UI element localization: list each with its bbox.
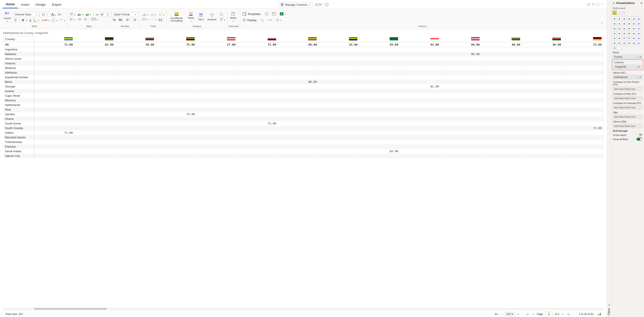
table-row[interactable]: Austria [3, 89, 604, 93]
mode-toggle[interactable]: Off [314, 3, 323, 7]
filter-dropdown-button[interactable] [219, 18, 226, 22]
column-header-flag[interactable] [156, 36, 197, 42]
viz-key-influencers-icon[interactable] [632, 36, 636, 40]
display-button[interactable]: Display [242, 18, 258, 22]
viz-pie-icon[interactable] [622, 27, 626, 31]
column-header-country[interactable]: Country [3, 36, 34, 42]
wrap-text-button[interactable]: ab [76, 13, 84, 17]
table-row[interactable]: Moldova [3, 66, 604, 70]
tab-insert[interactable]: Insert [18, 1, 32, 8]
table-row[interactable]: Abkhazia [3, 70, 604, 75]
tab-export[interactable]: Export [49, 1, 64, 8]
decrease-indent-button[interactable] [76, 18, 82, 21]
tab-home[interactable]: Home [3, 1, 18, 8]
settings-gear-icon[interactable]: ⚙ [495, 312, 499, 316]
keep-filters-toggle[interactable]: On [636, 138, 642, 141]
decimal-toggle[interactable]: 1.2 [158, 17, 163, 21]
viz-automate-icon[interactable] [637, 41, 641, 45]
zoom-in-button[interactable]: + [518, 312, 519, 316]
viz-scatter-icon[interactable] [617, 27, 621, 31]
viz-donut-icon[interactable] [627, 27, 631, 31]
viz-ribbon-icon[interactable] [632, 22, 636, 26]
viz-powerapps-icon[interactable] [632, 41, 636, 45]
viz-clustered-bar-icon[interactable] [617, 17, 621, 21]
analytics-tab[interactable] [622, 11, 626, 15]
table-row[interactable]: South Ossetia72.00 [3, 126, 604, 130]
table-row[interactable]: Equatorial Guinea [3, 75, 604, 80]
column-header-flag[interactable] [75, 36, 115, 42]
fill-color-button[interactable] [32, 18, 40, 23]
format-visual-tab[interactable] [617, 11, 621, 15]
column-header-flag[interactable] [197, 36, 238, 42]
prev-page-button[interactable]: < [532, 312, 534, 316]
increase-decimal-button[interactable]: .0+ [124, 18, 131, 22]
column-header-flag[interactable] [237, 36, 278, 42]
viz-kpi-icon[interactable] [632, 31, 636, 35]
viz-arcgis-icon[interactable] [627, 41, 631, 45]
filter-icon[interactable]: ▽ [592, 3, 594, 7]
viz-map-icon[interactable] [637, 27, 641, 31]
viz-narrative-icon[interactable] [617, 41, 621, 45]
info-small-icon[interactable]: ⓘ [587, 3, 590, 7]
table-row[interactable]: Georgia81.00 [3, 84, 604, 89]
first-page-button[interactable]: |< [526, 312, 530, 316]
viz-decomposition-icon[interactable] [637, 36, 641, 40]
viz-more-icon[interactable]: ⋯ [617, 46, 621, 50]
totals-button[interactable]: Totals [186, 11, 195, 23]
refresh-button[interactable] [275, 18, 282, 22]
waterfall-button[interactable] [149, 13, 157, 17]
variance-button[interactable] [158, 13, 165, 17]
font-size-dropdown[interactable]: 12 [40, 12, 50, 17]
table-row[interactable]: Maldives90.00 [3, 52, 604, 56]
layout-button[interactable]: Layout [3, 11, 12, 23]
viz-gauge-icon[interactable] [617, 31, 621, 35]
next-page-button[interactable]: > [562, 312, 564, 316]
sparkline-button[interactable] [149, 17, 157, 21]
table-row[interactable]: Ghana [3, 117, 604, 121]
table-row[interactable]: Pakistan [3, 144, 604, 149]
table-row[interactable]: Cape Verde [3, 93, 604, 98]
om-field-well[interactable]: Add data fields here [612, 124, 643, 128]
column-header-flag[interactable] [360, 36, 400, 42]
viz-stacked-column-icon[interactable] [622, 17, 626, 21]
filters-collapsed-tab[interactable]: Filters « [607, 0, 611, 317]
viz-stacked-bar-100-icon[interactable] [632, 17, 636, 21]
search-button[interactable] [219, 12, 226, 17]
expand-panel-icon[interactable]: » [641, 1, 642, 5]
column-header-flag[interactable] [482, 36, 522, 42]
templates-button[interactable]: Templates [242, 12, 262, 16]
excel-export-button[interactable]: X [279, 12, 286, 16]
pl-field-well[interactable]: Add data fields here [612, 96, 643, 100]
remove-field-icon[interactable]: ✕ [638, 66, 640, 68]
align-top-button[interactable] [69, 13, 76, 17]
py-field-well[interactable]: Add data fields here [612, 87, 643, 91]
table-row[interactable]: Andorra [3, 61, 604, 66]
sign-field-well[interactable]: Add data fields here [612, 115, 643, 119]
values-field-well[interactable]: DebitSpread⌄✕ [612, 75, 643, 79]
viz-stacked-bar-icon[interactable] [612, 17, 616, 21]
page-input[interactable] [545, 312, 553, 316]
viz-funnel-icon[interactable] [612, 27, 616, 31]
table-chart-button[interactable] [141, 17, 149, 21]
increase-indent-button[interactable] [82, 18, 88, 21]
viz-combo-icon[interactable] [627, 22, 631, 26]
table-row[interactable]: Saudi Arabia65.00 [3, 149, 604, 154]
build-visual-tab[interactable] [612, 11, 616, 15]
reset-button[interactable] [264, 12, 269, 16]
collapse-ribbon-button[interactable]: ⌄ [600, 20, 604, 25]
chevron-down-icon[interactable]: ⌄ [636, 66, 638, 68]
viz-qa-icon[interactable] [612, 41, 616, 45]
topn-button[interactable]: Top n [196, 13, 206, 21]
column-header-flag[interactable] [115, 36, 156, 42]
viz-filled-map-icon[interactable] [612, 31, 616, 35]
table-row[interactable]: Sierra Leone [3, 56, 604, 61]
info-icon[interactable]: i [325, 3, 328, 7]
decrease-decimal-button[interactable]: .0− [132, 18, 138, 22]
viz-multi-card-icon[interactable] [627, 31, 631, 35]
viz-slicer-icon[interactable] [637, 31, 641, 35]
remove-field-icon[interactable]: ✕ [640, 76, 641, 78]
viz-waterfall-icon[interactable] [637, 22, 641, 26]
chevron-down-icon[interactable]: ⌄ [637, 56, 639, 58]
viz-clustered-column-icon[interactable] [627, 17, 631, 21]
column-header-flag[interactable] [522, 36, 563, 42]
